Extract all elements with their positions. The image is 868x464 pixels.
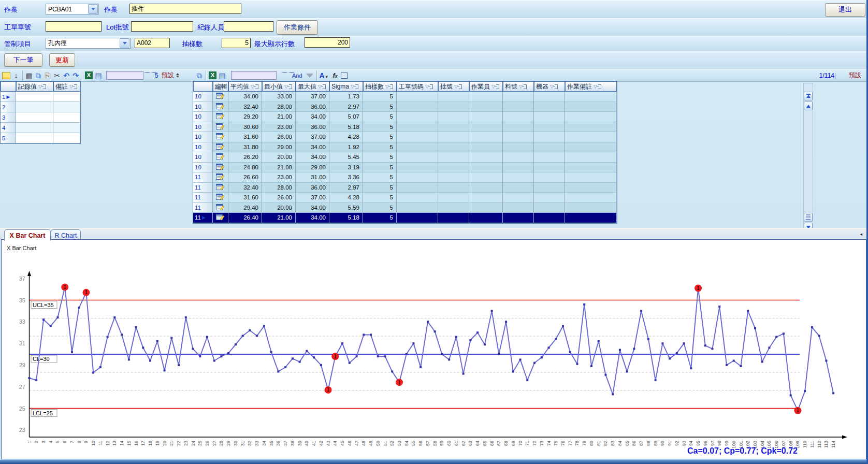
edit-row-icon[interactable] bbox=[216, 194, 225, 201]
filter-funnel-icon[interactable]: ▽ bbox=[594, 84, 597, 89]
filter-funnel-icon[interactable]: ▽ bbox=[284, 84, 288, 89]
data-point-marker[interactable] bbox=[484, 343, 486, 345]
grid-cell[interactable] bbox=[53, 102, 80, 112]
row-indicator[interactable]: 11 bbox=[193, 172, 213, 183]
grid-cell[interactable] bbox=[469, 193, 503, 203]
grid-cell[interactable] bbox=[397, 102, 438, 112]
grid-cell[interactable] bbox=[438, 92, 469, 102]
edit-row-icon[interactable] bbox=[216, 184, 225, 191]
grid-cell[interactable] bbox=[438, 122, 469, 133]
excel-export-icon[interactable]: X bbox=[85, 71, 93, 79]
table-row[interactable]: 1032.4028.0036.002.975 bbox=[193, 102, 617, 112]
column-header[interactable]: 機器▽ bbox=[534, 81, 565, 92]
data-point-marker[interactable] bbox=[661, 342, 663, 344]
edit-row-icon[interactable] bbox=[216, 214, 225, 221]
chevron-down-icon[interactable] bbox=[120, 38, 129, 48]
data-point-marker[interactable] bbox=[754, 327, 756, 329]
grid-cell[interactable] bbox=[503, 172, 534, 183]
pin-column-icon[interactable] bbox=[255, 84, 258, 89]
edit-row-icon[interactable] bbox=[216, 123, 225, 130]
table-layout-icon[interactable]: ▤ bbox=[94, 71, 103, 80]
edit-row-icon[interactable] bbox=[216, 133, 225, 140]
grid-cell[interactable]: 5 bbox=[363, 92, 397, 102]
data-point-marker[interactable] bbox=[178, 364, 180, 366]
column-header[interactable]: 最大值▽ bbox=[296, 81, 329, 92]
edit-cell[interactable] bbox=[213, 203, 228, 213]
data-point-marker[interactable] bbox=[142, 346, 144, 349]
data-point-marker[interactable] bbox=[306, 350, 308, 352]
data-point-marker[interactable] bbox=[71, 351, 73, 353]
copy-icon[interactable]: ⧉ bbox=[34, 71, 43, 80]
grid-cell[interactable]: 32.40 bbox=[228, 183, 262, 193]
grid-cell[interactable] bbox=[534, 193, 565, 203]
data-point-marker[interactable] bbox=[349, 362, 351, 364]
data-point-marker[interactable] bbox=[92, 372, 94, 374]
control-item-combo[interactable]: 孔內徑 bbox=[46, 38, 131, 49]
undo-icon[interactable]: ↶ bbox=[62, 71, 71, 80]
data-point-marker[interactable] bbox=[391, 370, 393, 372]
grid-cell[interactable] bbox=[397, 163, 438, 173]
grid-cell[interactable] bbox=[469, 163, 503, 173]
edit-cell[interactable] bbox=[213, 102, 228, 112]
grid-cell[interactable]: 21.00 bbox=[262, 163, 296, 173]
grid-cell[interactable]: 34.00 bbox=[296, 142, 329, 153]
data-point-marker[interactable] bbox=[590, 365, 592, 367]
grid-cell[interactable] bbox=[397, 122, 438, 133]
filter-funnel-icon[interactable]: ▽ bbox=[550, 84, 554, 89]
data-point-marker[interactable] bbox=[818, 335, 820, 337]
grid-cell[interactable] bbox=[53, 92, 80, 102]
edit-row-icon[interactable] bbox=[216, 113, 225, 120]
edit-cell[interactable] bbox=[213, 132, 228, 142]
data-point-marker[interactable] bbox=[419, 366, 422, 368]
data-point-marker[interactable] bbox=[718, 306, 720, 308]
grid-cell[interactable]: 34.00 bbox=[296, 203, 329, 213]
grid-cell[interactable] bbox=[397, 92, 438, 102]
grid-cell[interactable]: 21.00 bbox=[262, 213, 296, 223]
grid-cell[interactable]: 34.00 bbox=[296, 112, 329, 122]
table-row[interactable]: 1031.8029.0034.001.925 bbox=[193, 142, 617, 153]
data-point-marker[interactable] bbox=[406, 353, 408, 355]
row-indicator[interactable]: 10 bbox=[193, 92, 213, 102]
filter-funnel-icon[interactable]: ▽ bbox=[425, 84, 429, 89]
data-point-marker[interactable] bbox=[263, 325, 265, 327]
data-point-marker[interactable] bbox=[775, 336, 777, 338]
data-point-marker[interactable] bbox=[341, 342, 343, 344]
data-point-marker[interactable] bbox=[277, 370, 279, 372]
data-point-marker[interactable] bbox=[747, 310, 749, 312]
grid-cell[interactable]: 37.00 bbox=[296, 92, 329, 102]
table-row[interactable]: 2 bbox=[1, 102, 80, 112]
update-button[interactable]: 更新 bbox=[49, 53, 75, 67]
grid-cell[interactable] bbox=[469, 152, 503, 163]
grid-cell[interactable]: 31.00 bbox=[296, 172, 329, 183]
edit-cell[interactable] bbox=[213, 122, 228, 133]
grid-cell[interactable]: 5 bbox=[363, 203, 397, 213]
grid-cell[interactable]: 5.18 bbox=[329, 213, 363, 223]
grid-cell[interactable]: 21.00 bbox=[262, 112, 296, 122]
table-row[interactable]: 1031.6026.0037.004.285 bbox=[193, 132, 617, 142]
grid-cell[interactable] bbox=[469, 203, 503, 213]
grid-cell[interactable]: 20.00 bbox=[262, 203, 296, 213]
filter-funnel-icon[interactable]: ▽ bbox=[519, 84, 523, 89]
grid-cell[interactable] bbox=[397, 172, 438, 183]
grid-cell[interactable]: 33.00 bbox=[262, 92, 296, 102]
grid-cell[interactable] bbox=[503, 213, 534, 223]
grid-cell[interactable] bbox=[534, 203, 565, 213]
table-row[interactable]: 1030.6023.0036.005.185 bbox=[193, 122, 617, 133]
record-values-grid[interactable]: 記錄值▽備註▽1▶2345 bbox=[0, 81, 81, 144]
row-indicator[interactable]: 10 bbox=[193, 102, 213, 112]
data-point-marker[interactable] bbox=[676, 352, 678, 354]
row-indicator[interactable]: 4 bbox=[1, 123, 16, 133]
data-point-marker[interactable] bbox=[170, 337, 172, 339]
notes-icon[interactable] bbox=[2, 72, 10, 79]
grid-cell[interactable]: 5 bbox=[363, 132, 397, 142]
data-point-marker[interactable] bbox=[576, 363, 578, 365]
samples-summary-grid[interactable]: 編輯▽平均值▽最小值▽最大值▽Sigma▽抽樣數▽工單號碼▽批號▽作業員▽料號▽… bbox=[193, 81, 617, 224]
pin-column-icon[interactable] bbox=[459, 84, 462, 89]
data-point-marker[interactable] bbox=[548, 346, 550, 349]
tabstrip-scroll-icon[interactable]: ◂ bbox=[860, 231, 862, 237]
grid-cell[interactable]: 5.07 bbox=[329, 112, 363, 122]
edit-row-icon[interactable] bbox=[216, 204, 225, 211]
grid-cell[interactable] bbox=[438, 152, 469, 163]
data-point-marker[interactable] bbox=[320, 364, 322, 366]
grid-cell[interactable] bbox=[565, 163, 617, 173]
